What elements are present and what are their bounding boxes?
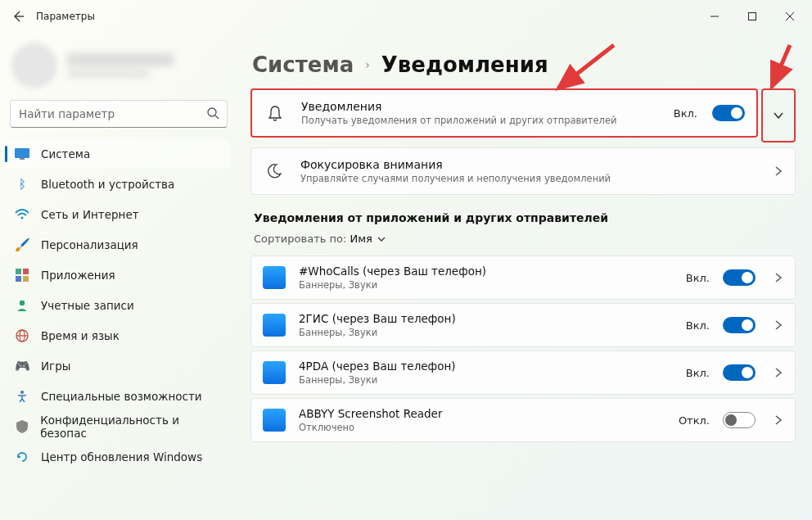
svg-rect-9 xyxy=(16,269,21,274)
back-button[interactable] xyxy=(3,2,33,31)
status-label: Вкл. xyxy=(686,319,710,332)
page-title: Уведомления xyxy=(381,52,548,77)
svg-point-4 xyxy=(208,108,216,116)
brush-icon: 🖌️ xyxy=(15,237,29,252)
sidebar-item-accessibility[interactable]: Специальные возможности xyxy=(5,382,229,411)
wifi-icon xyxy=(15,207,29,222)
svg-point-17 xyxy=(20,391,24,394)
svg-rect-12 xyxy=(23,276,29,282)
status-label: Вкл. xyxy=(674,107,697,120)
sidebar-item-system[interactable]: Система xyxy=(5,139,229,169)
app-notification-row[interactable]: ABBYY Screenshot Reader Отключено Откл. xyxy=(250,398,796,442)
sidebar-item-label: Приложения xyxy=(41,269,115,282)
apps-list: #WhoCalls (через Ваш телефон) Баннеры, З… xyxy=(250,255,796,442)
svg-rect-11 xyxy=(16,276,21,282)
window-controls xyxy=(696,3,809,29)
sidebar-item-time-language[interactable]: Время и язык xyxy=(5,321,229,350)
expand-button[interactable] xyxy=(761,88,796,142)
accessibility-icon xyxy=(15,389,29,404)
main-content: Система › Уведомления Уведомления Получа… xyxy=(237,33,812,520)
app-title: ABBYY Screenshot Reader xyxy=(299,407,665,420)
apps-icon xyxy=(15,268,29,283)
app-notification-row[interactable]: #WhoCalls (через Ваш телефон) Баннеры, З… xyxy=(250,255,796,300)
focus-assist-card[interactable]: Фокусировка внимания Управляйте случаями… xyxy=(250,147,796,195)
card-title: Уведомления xyxy=(301,100,659,113)
svg-line-5 xyxy=(215,115,219,119)
search-icon xyxy=(206,106,219,123)
close-button[interactable] xyxy=(771,3,809,29)
sidebar-item-network[interactable]: Сеть и Интернет xyxy=(5,200,229,229)
app-icon xyxy=(263,314,286,337)
breadcrumb: Система › Уведомления xyxy=(250,38,796,88)
arrow-left-icon xyxy=(11,10,25,23)
chevron-right-icon: › xyxy=(365,58,370,71)
minimize-button[interactable] xyxy=(696,3,733,29)
minimize-icon xyxy=(710,11,720,21)
maximize-icon xyxy=(747,11,757,21)
notifications-card[interactable]: Уведомления Получать уведомления от прил… xyxy=(250,88,758,138)
search-input[interactable] xyxy=(10,100,228,128)
status-label: Вкл. xyxy=(686,272,710,284)
sidebar-item-accounts[interactable]: Учетные записи xyxy=(5,291,229,320)
gamepad-icon: 🎮 xyxy=(15,359,29,373)
close-icon xyxy=(785,11,795,21)
sidebar-item-update[interactable]: Центр обновления Windows xyxy=(5,442,229,472)
section-title: Уведомления от приложений и других отпра… xyxy=(254,211,796,224)
sort-value: Имя xyxy=(350,233,372,245)
sidebar-item-label: Игры xyxy=(41,359,70,373)
breadcrumb-parent[interactable]: Система xyxy=(252,52,354,77)
sidebar-item-apps[interactable]: Приложения xyxy=(5,260,229,290)
maximize-button[interactable] xyxy=(733,3,771,29)
card-subtitle: Получать уведомления от приложений и дру… xyxy=(301,115,659,126)
chevron-right-icon xyxy=(769,413,783,428)
app-notification-row[interactable]: 4PDA (через Ваш телефон) Баннеры, Звуки … xyxy=(250,350,796,395)
notifications-toggle[interactable] xyxy=(712,105,745,121)
app-icon xyxy=(263,409,286,432)
bluetooth-icon: ᛒ xyxy=(15,177,29,192)
svg-rect-10 xyxy=(23,269,29,274)
sidebar-item-label: Учетные записи xyxy=(41,299,134,312)
chevron-down-icon xyxy=(377,233,386,246)
chevron-down-icon xyxy=(773,110,784,121)
nav-list: Система ᛒ Bluetooth и устройства Сеть и … xyxy=(5,139,232,472)
app-subtitle: Баннеры, Звуки xyxy=(299,279,673,291)
svg-point-8 xyxy=(21,217,24,219)
app-toggle[interactable] xyxy=(723,412,756,428)
app-subtitle: Баннеры, Звуки xyxy=(299,327,673,338)
sidebar-item-label: Специальные возможности xyxy=(41,390,202,403)
chevron-right-icon xyxy=(769,365,783,381)
svg-rect-6 xyxy=(15,148,29,158)
svg-rect-1 xyxy=(749,13,756,20)
avatar xyxy=(11,43,57,88)
app-toggle[interactable] xyxy=(723,364,756,381)
user-account-block[interactable] xyxy=(5,36,232,100)
sidebar-item-label: Конфиденциальность и безопас xyxy=(40,414,221,440)
sidebar-item-gaming[interactable]: 🎮 Игры xyxy=(5,351,229,381)
sidebar-item-personalization[interactable]: 🖌️ Персонализация xyxy=(5,230,229,260)
update-icon xyxy=(15,450,29,464)
titlebar: Параметры xyxy=(0,0,812,33)
sidebar-item-label: Сеть и Интернет xyxy=(41,208,139,221)
app-title: #WhoCalls (через Ваш телефон) xyxy=(299,265,673,278)
moon-icon xyxy=(263,163,286,179)
app-subtitle: Отключено xyxy=(299,422,665,433)
status-label: Откл. xyxy=(679,414,710,427)
bell-icon xyxy=(264,104,286,122)
app-toggle[interactable] xyxy=(723,269,756,286)
sort-row[interactable]: Сортировать по: Имя xyxy=(254,233,796,246)
sidebar: Система ᛒ Bluetooth и устройства Сеть и … xyxy=(0,33,237,520)
window-title: Параметры xyxy=(36,11,95,22)
app-title: 2ГИС (через Ваш телефон) xyxy=(299,312,673,325)
sidebar-item-privacy[interactable]: Конфиденциальность и безопас xyxy=(5,412,229,441)
app-subtitle: Баннеры, Звуки xyxy=(299,374,673,386)
sidebar-item-label: Центр обновления Windows xyxy=(41,450,202,463)
app-toggle[interactable] xyxy=(723,317,756,333)
user-text xyxy=(67,53,174,78)
card-subtitle: Управляйте случаями получения и неполуче… xyxy=(300,173,754,184)
system-icon xyxy=(15,147,29,161)
app-icon xyxy=(263,361,286,384)
app-notification-row[interactable]: 2ГИС (через Ваш телефон) Баннеры, Звуки … xyxy=(250,303,796,347)
sidebar-item-bluetooth[interactable]: ᛒ Bluetooth и устройства xyxy=(5,170,229,199)
person-icon xyxy=(15,298,29,313)
status-label: Вкл. xyxy=(686,367,710,379)
